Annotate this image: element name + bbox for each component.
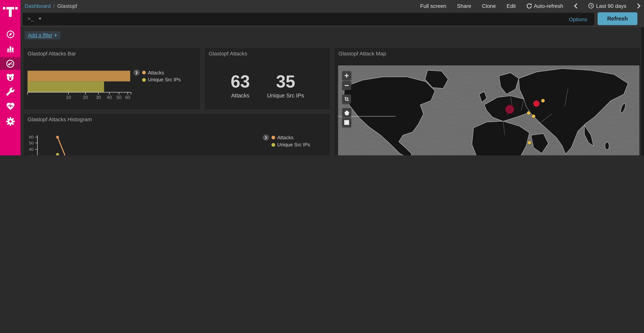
svg-text:40: 40	[29, 147, 34, 152]
breadcrumb-dashboard-link[interactable]: Dashboard	[25, 3, 51, 9]
legend-item[interactable]: Attacks	[272, 134, 310, 141]
svg-text:60: 60	[29, 135, 34, 140]
search-input[interactable]: >_ *	[22, 13, 594, 25]
svg-text:10: 10	[66, 95, 71, 100]
rectangle-icon	[344, 120, 349, 125]
legend-dot	[142, 71, 146, 74]
breadcrumb: Dashboard/Glastopf	[25, 3, 77, 9]
world-map-canvas	[338, 65, 640, 155]
add-filter-link[interactable]: Add a filter+	[25, 31, 60, 40]
svg-text:40: 40	[107, 95, 112, 100]
chart-legend: ❯ Attacks Unique Src IPs	[134, 69, 181, 84]
query-prompt-icon: >_	[28, 16, 34, 22]
top-actions: Full screen Share Clone Edit Auto-refres…	[420, 0, 641, 12]
plus-icon	[344, 73, 349, 78]
panel-attacks-bar: Glastopf Attacks Bar 102030405060 ❯ Atta…	[23, 47, 201, 110]
breadcrumb-separator: /	[53, 3, 55, 9]
filter-bar: Add a filter+	[20, 27, 644, 43]
metric-attacks: 63 Attacks	[230, 73, 250, 99]
chart-legend: ❯ Attacks Unique Src IPs	[263, 134, 310, 148]
heartbeat-icon	[6, 101, 15, 111]
world-map[interactable]: Count 1 – 7.6 7.6 – 14.2 14.2 – 20.8 20.…	[338, 65, 640, 155]
telekom-t-logo	[2, 3, 18, 17]
edit-button[interactable]: Edit	[506, 3, 516, 9]
scrollbar-track[interactable]	[641, 27, 644, 155]
sidebar-item-visualize[interactable]	[0, 41, 20, 55]
clock-icon	[588, 3, 594, 9]
map-fit-bounds-button[interactable]	[342, 95, 351, 104]
legend-toggle-button[interactable]: ❯	[134, 70, 140, 76]
legend-item[interactable]: Unique Src IPs	[272, 141, 310, 148]
query-value: *	[39, 16, 41, 23]
bar-chart-icon	[6, 43, 15, 53]
svg-text:20: 20	[83, 95, 88, 100]
time-forward-button[interactable]	[637, 3, 641, 9]
share-button[interactable]: Share	[457, 3, 471, 9]
sidebar-nav	[0, 0, 20, 155]
panel-title: Glastopf Attack Map	[338, 51, 386, 57]
map-draw-polygon-button[interactable]	[342, 108, 351, 117]
svg-text:30: 30	[29, 154, 34, 155]
map-zoom-in-button[interactable]	[342, 71, 351, 80]
polygon-icon	[344, 110, 350, 115]
query-bar: >_ * Options Refresh	[20, 12, 644, 27]
panel-title: Glastopf Attacks	[209, 51, 247, 57]
svg-text:60: 60	[125, 95, 130, 100]
bear-icon	[5, 72, 15, 82]
time-range-picker[interactable]: Last 90 days	[588, 3, 626, 9]
full-screen-button[interactable]: Full screen	[420, 3, 446, 9]
wrench-icon	[6, 87, 15, 96]
gauge-icon	[5, 59, 15, 68]
breadcrumb-current: Glastopf	[57, 3, 77, 9]
sidebar-item-devtools[interactable]	[0, 85, 20, 99]
legend-toggle-button[interactable]: ❯	[263, 134, 269, 141]
metric-value: 35	[267, 73, 304, 90]
header: Dashboard/Glastopf Full screen Share Clo…	[20, 0, 644, 27]
chevron-left-icon	[574, 3, 578, 9]
plus-icon: +	[54, 33, 57, 38]
svg-text:50: 50	[116, 95, 122, 100]
sidebar-item-monitoring[interactable]	[0, 99, 20, 113]
legend-item[interactable]: Unique Src IPs	[142, 76, 181, 84]
metric-unique-src-ips: 35 Unique Src IPs	[267, 73, 304, 99]
time-back-button[interactable]	[574, 3, 578, 9]
legend-dot	[272, 143, 275, 147]
metric-label: Attacks	[230, 93, 250, 99]
chevron-right-icon	[637, 3, 641, 9]
panel-attacks-metric: Glastopf Attacks 63 Attacks 35 Unique Sr…	[204, 47, 330, 110]
legend-dot	[272, 136, 275, 139]
metric-values: 63 Attacks 35 Unique Src IPs	[204, 73, 330, 99]
refresh-button[interactable]: Refresh	[598, 12, 638, 25]
clone-button[interactable]: Clone	[482, 3, 496, 9]
metric-label: Unique Src IPs	[267, 93, 304, 99]
metric-value: 63	[230, 73, 250, 90]
crop-icon	[344, 96, 350, 102]
map-zoom-out-button[interactable]	[342, 81, 351, 90]
top-nav-bar: Dashboard/Glastopf Full screen Share Clo…	[20, 0, 644, 12]
svg-text:30: 30	[96, 95, 101, 100]
options-link[interactable]: Options	[569, 12, 587, 27]
panel-attack-map: Glastopf Attack Map	[334, 47, 641, 155]
sidebar-item-discover[interactable]	[0, 27, 20, 41]
gear-icon	[6, 117, 15, 126]
refresh-icon	[526, 3, 532, 9]
compass-icon	[6, 29, 15, 39]
map-draw-rectangle-button[interactable]	[342, 118, 351, 127]
svg-text:50: 50	[29, 141, 34, 145]
panel-attacks-histogram: Glastopf Attacks Histogram 0102030405060…	[23, 113, 330, 155]
legend-item[interactable]: Attacks	[142, 69, 181, 76]
legend-dot	[142, 78, 146, 82]
sidebar-item-dashboard[interactable]	[0, 57, 20, 70]
kibana-dashboard: Dashboard/Glastopf Full screen Share Clo…	[0, 0, 644, 155]
minus-icon	[344, 83, 349, 88]
auto-refresh-button[interactable]: Auto-refresh	[526, 3, 563, 9]
sidebar-item-management[interactable]	[0, 114, 20, 128]
sidebar-item-tpot[interactable]	[0, 70, 20, 84]
